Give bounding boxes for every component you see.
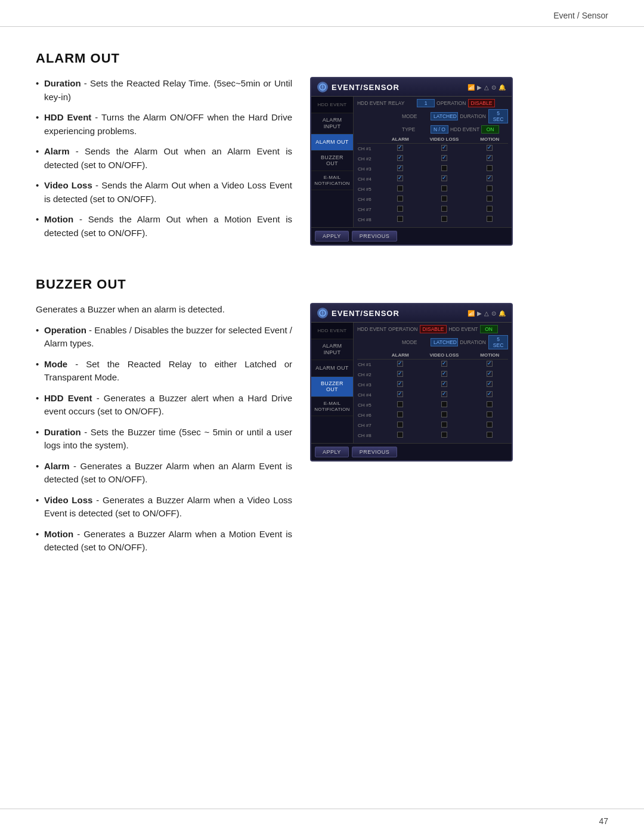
ch7-alarm[interactable]: [383, 205, 417, 215]
video-col-header: VIDEO LOSS: [417, 135, 472, 144]
ch1-alarm-2[interactable]: [383, 360, 417, 370]
ch-col-header-2: [357, 351, 383, 360]
ch-label: CH #6: [357, 194, 383, 205]
ch4-motion[interactable]: [472, 174, 508, 184]
ch3-motion[interactable]: [472, 164, 508, 174]
apply-button-2[interactable]: APPLY: [315, 447, 349, 457]
ch2-video[interactable]: [417, 154, 472, 164]
sidebar-item-alarm-out-2[interactable]: ALARM OUT: [311, 360, 353, 377]
list-item: Duration - Sets the Reacted Relay Time. …: [36, 77, 292, 104]
ch-label: CH #7: [357, 205, 383, 215]
ch2-motion[interactable]: [472, 154, 508, 164]
ch3-alarm-2[interactable]: [383, 380, 417, 390]
video-col-header-2: VIDEO LOSS: [417, 351, 472, 360]
sidebar-item-alarm-input-1[interactable]: ALARM INPUT: [311, 113, 353, 134]
ch7-video-2[interactable]: [417, 420, 472, 431]
sidebar-item-alarm-out-1[interactable]: ALARM OUT: [311, 134, 353, 151]
alarm-out-list: Duration - Sets the Reacted Relay Time. …: [36, 77, 292, 240]
sidebar-item-email-2[interactable]: E-MAIL NOTIFICATION: [311, 397, 353, 416]
checkbox-icon: [441, 196, 447, 202]
op-label-2: OPERATION: [388, 326, 417, 332]
ch4-alarm-2[interactable]: [383, 390, 417, 400]
table-row: CH #2: [357, 154, 508, 164]
page-number: 47: [599, 816, 608, 826]
ch7-video[interactable]: [417, 205, 472, 215]
checkbox-icon: [487, 381, 493, 387]
checkbox-icon: [487, 411, 493, 417]
hdd-event-label-2: HDD EVENT: [448, 326, 478, 332]
ch5-video-2[interactable]: [417, 400, 472, 410]
ch2-alarm[interactable]: [383, 154, 417, 164]
ch2-motion-2[interactable]: [472, 370, 508, 380]
ch3-alarm[interactable]: [383, 164, 417, 174]
header-icon-play-2: ▶: [477, 310, 482, 317]
header-icon-bell-2: 🔔: [499, 310, 506, 317]
dur-value-1: 5 SEC: [488, 109, 508, 123]
ch4-video[interactable]: [417, 174, 472, 184]
ch6-video-2[interactable]: [417, 410, 472, 420]
ch1-video[interactable]: [417, 144, 472, 154]
ch4-alarm[interactable]: [383, 174, 417, 184]
ch6-alarm[interactable]: [383, 194, 417, 205]
ch8-motion-2[interactable]: [472, 431, 508, 441]
ch6-video[interactable]: [417, 194, 472, 205]
ch6-alarm-2[interactable]: [383, 410, 417, 420]
sidebar-item-alarm-input-2[interactable]: ALARM INPUT: [311, 339, 353, 360]
checkbox-icon: [397, 401, 403, 407]
ch-label: CH #4: [357, 390, 383, 400]
ch3-video[interactable]: [417, 164, 472, 174]
hdd-event-row-1: HDD EVENT RELAY 1 OPERATION DISABLE: [357, 99, 508, 107]
sidebar-item-buzzer-2[interactable]: BUZZER OUT: [311, 377, 353, 398]
sidebar-item-buzzer-1[interactable]: BUZZER OUT: [311, 151, 353, 172]
ch7-alarm-2[interactable]: [383, 420, 417, 431]
ch8-alarm[interactable]: [383, 215, 417, 225]
previous-button-2[interactable]: PREVIOUS: [352, 447, 398, 457]
table-row: CH #4: [357, 174, 508, 184]
ch1-video-2[interactable]: [417, 360, 472, 370]
ch8-alarm-2[interactable]: [383, 431, 417, 441]
sidebar-item-hdd-1[interactable]: HDD EVENT: [311, 97, 353, 113]
ch8-motion[interactable]: [472, 215, 508, 225]
ch-label: CH #3: [357, 164, 383, 174]
ch5-alarm[interactable]: [383, 184, 417, 194]
ch1-alarm[interactable]: [383, 144, 417, 154]
mode-label-1: MODE: [402, 113, 429, 119]
ch4-motion-2[interactable]: [472, 390, 508, 400]
previous-button-1[interactable]: PREVIOUS: [352, 231, 398, 241]
ch1-motion-2[interactable]: [472, 360, 508, 370]
list-item: HDD Event - Generates a Buzzer alert whe…: [36, 392, 292, 419]
mode-row-1: MODE LATCHED DURATION 5 SEC: [357, 109, 508, 123]
checkbox-icon: [397, 216, 403, 222]
alarm-col-header: ALARM: [383, 135, 417, 144]
table-row: CH #4: [357, 390, 508, 400]
checkbox-icon: [487, 401, 493, 407]
ch6-motion-2[interactable]: [472, 410, 508, 420]
ch2-video-2[interactable]: [417, 370, 472, 380]
sidebar-item-hdd-2[interactable]: HDD EVENT: [311, 323, 353, 339]
type-value-1: N / O: [431, 125, 448, 134]
sidebar-item-email-1[interactable]: E-MAIL NOTIFICATION: [311, 171, 353, 190]
ch6-motion[interactable]: [472, 194, 508, 205]
ch2-alarm-2[interactable]: [383, 370, 417, 380]
ch5-video[interactable]: [417, 184, 472, 194]
header-icon-circle-2: ⊙: [491, 310, 496, 317]
ch7-motion-2[interactable]: [472, 420, 508, 431]
apply-button-1[interactable]: APPLY: [315, 231, 349, 241]
ch5-alarm-2[interactable]: [383, 400, 417, 410]
table-row: CH #6: [357, 194, 508, 205]
ch8-video-2[interactable]: [417, 431, 472, 441]
ch3-motion-2[interactable]: [472, 380, 508, 390]
panel-footer-1: APPLY PREVIOUS: [311, 227, 512, 244]
ch1-motion[interactable]: [472, 144, 508, 154]
ch5-motion-2[interactable]: [472, 400, 508, 410]
ch7-motion[interactable]: [472, 205, 508, 215]
mode-value-1: LATCHED: [431, 112, 458, 120]
operation-label-1: OPERATION: [436, 100, 466, 106]
header-icon-delta-2: △: [484, 310, 489, 317]
ch4-video-2[interactable]: [417, 390, 472, 400]
ch8-video[interactable]: [417, 215, 472, 225]
ch5-motion[interactable]: [472, 184, 508, 194]
ch-label: CH #8: [357, 431, 383, 441]
header-icon-play: ▶: [477, 84, 482, 91]
ch3-video-2[interactable]: [417, 380, 472, 390]
